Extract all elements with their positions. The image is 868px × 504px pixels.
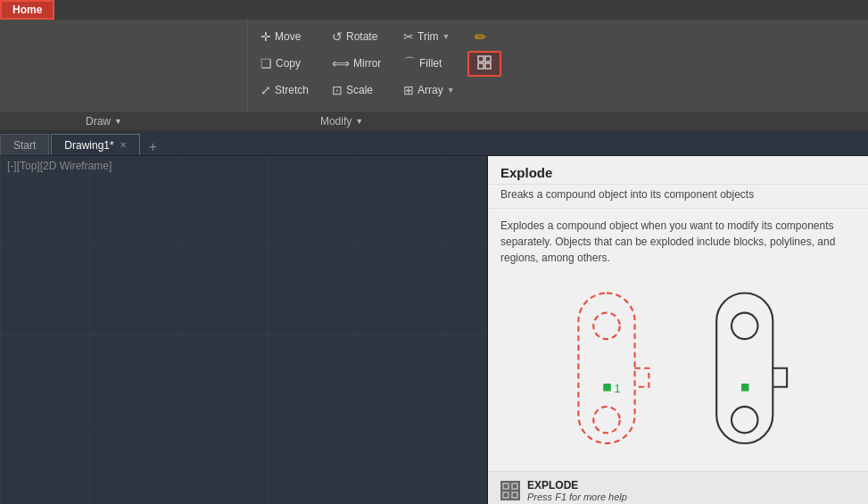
ribbon-row-2: ❏ Copy ⟺ Mirror ⌒ Fillet: [253, 50, 501, 77]
draw-section-label[interactable]: Draw ▼: [71, 115, 136, 128]
tooltip-footer-content: EXPLODE Press F1 for more help: [527, 479, 627, 502]
scale-label: Scale: [346, 84, 373, 96]
svg-rect-2: [478, 63, 484, 69]
svg-rect-11: [716, 293, 773, 443]
svg-rect-14: [742, 384, 748, 391]
svg-rect-1: [485, 56, 491, 62]
move-label: Move: [275, 30, 301, 43]
title-bar: Home: [0, 0, 868, 20]
tooltip-description: Explodes a compound object when you want…: [488, 209, 868, 275]
ribbon: ✛ Move ↺ Rotate ✂ Trim ▼ ✏ ❏ Copy ⟺: [0, 20, 868, 131]
tooltip-images: 1: [488, 275, 868, 471]
stretch-label: Stretch: [275, 84, 309, 96]
grid-svg: [0, 156, 487, 504]
svg-rect-18: [512, 492, 517, 498]
ribbon-row-3: ⤢ Stretch ⊡ Scale ⊞ Array ▼: [253, 77, 501, 103]
before-diagram: 1: [553, 284, 660, 462]
copy-label: Copy: [276, 57, 301, 70]
svg-point-8: [593, 407, 619, 433]
main-area: [-][Top][2D Wireframe] Explode Breaks a …: [0, 156, 868, 504]
trim-label: Trim: [417, 30, 439, 43]
tooltip-title: Explode: [488, 156, 868, 185]
tab-add-button[interactable]: +: [142, 139, 164, 155]
svg-rect-3: [485, 63, 491, 69]
svg-point-7: [593, 313, 619, 339]
copy-icon: ❏: [260, 56, 272, 70]
mirror-icon: ⟺: [332, 56, 350, 70]
trim-button[interactable]: ✂ Trim ▼: [396, 28, 467, 45]
svg-rect-15: [503, 483, 508, 489]
svg-rect-9: [604, 384, 610, 391]
tab-start-label: Start: [13, 139, 36, 152]
fillet-label: Fillet: [419, 57, 442, 70]
tab-bar: Start Drawing1* ✕ +: [0, 131, 868, 156]
tab-close-icon[interactable]: ✕: [120, 140, 127, 150]
tab-drawing1-label: Drawing1*: [64, 139, 113, 152]
draw-label: Draw: [86, 115, 111, 128]
array-icon: ⊞: [403, 83, 414, 97]
scale-icon: ⊡: [332, 83, 343, 97]
pencil-icon: ✏: [475, 29, 486, 45]
array-dropdown-icon: ▼: [447, 86, 455, 95]
copy-button[interactable]: ❏ Copy: [253, 54, 325, 72]
modify-section-label[interactable]: Modify ▼: [306, 115, 377, 128]
trim-dropdown-icon: ▼: [442, 32, 451, 41]
svg-point-13: [732, 407, 757, 433]
pencil-button[interactable]: ✏: [467, 27, 494, 47]
modify-dropdown-icon: ▼: [355, 117, 363, 126]
tooltip-footer: EXPLODE Press F1 for more help: [488, 471, 868, 504]
draw-dropdown-icon: ▼: [114, 117, 122, 126]
trim-icon: ✂: [403, 29, 414, 44]
fillet-button[interactable]: ⌒ Fillet: [396, 54, 467, 73]
modify-label: Modify: [320, 115, 351, 128]
tooltip-footer-title: EXPLODE: [527, 479, 627, 492]
array-button[interactable]: ⊞ Array ▼: [396, 81, 467, 99]
move-button[interactable]: ✛ Move: [253, 28, 325, 45]
rotate-button[interactable]: ↺ Rotate: [325, 28, 396, 45]
home-tab[interactable]: Home: [0, 0, 54, 20]
after-diagram: [696, 284, 803, 462]
tooltip-panel: Explode Breaks a compound object into it…: [488, 156, 868, 504]
ribbon-labels: Draw ▼ Modify ▼: [0, 111, 868, 130]
explode-footer-icon: [500, 481, 520, 500]
ribbon-row-1: ✛ Move ↺ Rotate ✂ Trim ▼ ✏: [253, 23, 501, 50]
svg-text:1: 1: [614, 383, 620, 395]
move-icon: ✛: [260, 29, 271, 44]
canvas-area[interactable]: [-][Top][2D Wireframe]: [0, 156, 488, 504]
array-label: Array: [417, 84, 443, 96]
tab-start[interactable]: Start: [0, 134, 49, 155]
tooltip-help-text: Press F1 for more help: [527, 492, 627, 502]
tab-drawing1[interactable]: Drawing1* ✕: [51, 134, 139, 155]
scale-button[interactable]: ⊡ Scale: [325, 81, 396, 99]
stretch-icon: ⤢: [260, 83, 271, 97]
tooltip-subtitle: Breaks a compound object into its compon…: [488, 185, 868, 209]
mirror-button[interactable]: ⟺ Mirror: [325, 54, 396, 72]
stretch-button[interactable]: ⤢ Stretch: [253, 81, 325, 99]
svg-rect-5: [0, 156, 487, 504]
svg-rect-16: [512, 483, 517, 489]
fillet-icon: ⌒: [403, 55, 416, 71]
svg-rect-17: [503, 492, 508, 498]
rotate-icon: ↺: [332, 29, 343, 44]
svg-rect-6: [578, 293, 634, 443]
svg-rect-0: [478, 56, 484, 62]
explode-icon: [476, 54, 492, 73]
rotate-label: Rotate: [346, 30, 377, 43]
mirror-label: Mirror: [353, 57, 381, 70]
explode-button[interactable]: [467, 51, 501, 77]
svg-point-12: [732, 313, 757, 339]
